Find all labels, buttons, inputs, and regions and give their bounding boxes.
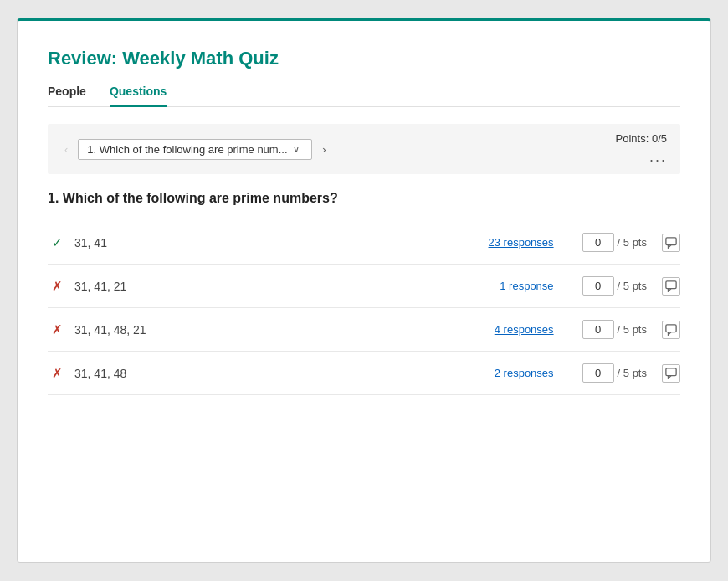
points-input-group: / 5 pts: [582, 320, 647, 339]
nav-left: ‹ 1. Which of the following are prime nu…: [61, 139, 330, 160]
answer-row-4: ✗31, 41, 482 responses/ 5 pts: [48, 352, 680, 395]
pts-label: / 5 pts: [618, 280, 647, 292]
answer-row-3: ✗31, 41, 48, 214 responses/ 5 pts: [48, 308, 680, 352]
comment-icon[interactable]: [662, 234, 680, 252]
response-link[interactable]: 4 responses: [495, 323, 554, 336]
nav-right: Points: 0/5 ...: [616, 132, 667, 166]
points-input-group: / 5 pts: [582, 276, 647, 296]
tab-people[interactable]: People: [48, 85, 86, 107]
points-label: Points: 0/5: [616, 132, 667, 145]
tab-bar: People Questions: [48, 85, 680, 107]
pts-label: / 5 pts: [618, 367, 647, 379]
svg-rect-0: [666, 237, 676, 244]
points-input-group: / 5 pts: [582, 363, 647, 383]
question-selector[interactable]: 1. Which of the following are prime num.…: [78, 139, 312, 160]
pts-label: / 5 pts: [618, 323, 647, 336]
response-link[interactable]: 23 responses: [489, 236, 554, 249]
points-input[interactable]: [582, 233, 614, 252]
points-input-group: / 5 pts: [582, 233, 647, 252]
svg-rect-1: [666, 280, 676, 288]
answer-text: 31, 41, 21: [74, 280, 491, 293]
comment-icon[interactable]: [662, 277, 680, 296]
next-arrow[interactable]: ›: [319, 141, 329, 157]
question-title: 1. Which of the following are prime numb…: [48, 191, 680, 206]
points-input[interactable]: [582, 363, 614, 383]
answer-text: 31, 41: [74, 236, 480, 249]
question-nav-bar: ‹ 1. Which of the following are prime nu…: [48, 124, 680, 174]
main-card: Review: Weekly Math Quiz People Question…: [17, 18, 711, 563]
answer-row-1: ✓31, 4123 responses/ 5 pts: [48, 221, 680, 265]
svg-rect-2: [666, 324, 676, 332]
answer-text: 31, 41, 48: [74, 367, 486, 380]
answers-container: ✓31, 4123 responses/ 5 pts✗31, 41, 211 r…: [48, 221, 680, 395]
prev-arrow[interactable]: ‹: [61, 141, 71, 157]
comment-icon[interactable]: [662, 364, 680, 383]
points-input[interactable]: [582, 320, 614, 339]
more-options-button[interactable]: ...: [649, 148, 667, 166]
correct-icon: ✓: [48, 235, 66, 250]
question-selector-text: 1. Which of the following are prime num.…: [87, 143, 287, 156]
page-title: Review: Weekly Math Quiz: [48, 48, 680, 69]
answer-row-2: ✗31, 41, 211 response/ 5 pts: [48, 265, 680, 308]
svg-rect-3: [666, 368, 676, 375]
response-link[interactable]: 1 response: [500, 280, 553, 292]
answer-text: 31, 41, 48, 21: [74, 323, 486, 337]
points-input[interactable]: [582, 276, 614, 296]
chevron-down-icon: ∨: [293, 144, 300, 155]
wrong-icon: ✗: [48, 322, 66, 337]
pts-label: / 5 pts: [618, 236, 647, 249]
response-link[interactable]: 2 responses: [495, 367, 554, 379]
comment-icon[interactable]: [662, 321, 680, 339]
tab-questions[interactable]: Questions: [110, 85, 167, 107]
wrong-icon: ✗: [48, 279, 66, 294]
wrong-icon: ✗: [48, 366, 66, 381]
